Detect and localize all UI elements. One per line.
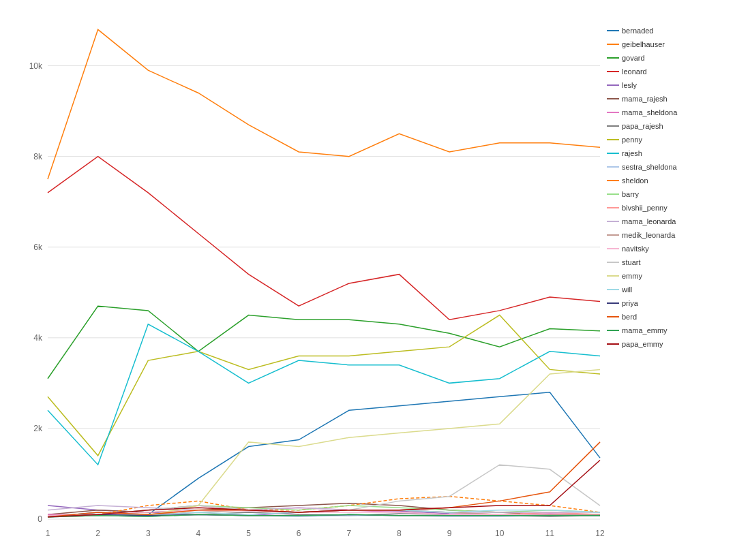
svg-text:0: 0: [38, 514, 42, 524]
svg-text:10k: 10k: [29, 61, 43, 71]
legend-item-medik_leonarda: medik_leonarda: [622, 231, 676, 239]
legend-item-papa_rajesh: papa_rajesh: [622, 122, 663, 130]
legend-item-emmy: emmy: [622, 272, 642, 280]
svg-text:8: 8: [397, 529, 402, 538]
chart-container: 02k4k6k8k10k123456789101112bernadedgeibe…: [0, 0, 750, 560]
legend-item-sheldon: sheldon: [622, 176, 648, 185]
legend-item-bernaded: bernaded: [622, 27, 654, 35]
svg-text:12: 12: [595, 529, 605, 538]
legend-item-priya: priya: [622, 299, 639, 307]
svg-text:4k: 4k: [33, 333, 43, 343]
legend-item-mama_rajesh: mama_rajesh: [622, 95, 668, 103]
legend-item-mama_sheldona: mama_sheldona: [622, 108, 678, 116]
svg-text:6k: 6k: [33, 243, 43, 252]
legend-item-sestra_sheldona: sestra_sheldona: [622, 163, 678, 171]
svg-text:11: 11: [545, 529, 555, 538]
svg-text:1: 1: [46, 529, 50, 538]
svg-text:5: 5: [246, 529, 251, 538]
svg-text:10: 10: [495, 529, 505, 538]
legend-item-bivshii_penny: bivshii_penny: [622, 204, 668, 212]
legend-item-geibelhauser: geibelhauser: [622, 40, 665, 48]
svg-text:7: 7: [346, 529, 351, 538]
legend-item-leonard: leonard: [622, 67, 647, 76]
svg-text:6: 6: [297, 529, 301, 538]
legend-item-will: will: [621, 285, 632, 294]
svg-text:8k: 8k: [33, 152, 43, 161]
svg-text:9: 9: [447, 529, 452, 538]
legend-item-mama_emmy: mama_emmy: [622, 326, 668, 335]
legend-item-lesly: lesly: [622, 81, 638, 89]
legend-item-stuart: stuart: [622, 258, 641, 266]
legend-item-rajesh: rajesh: [622, 149, 642, 157]
legend-item-mama_leonarda: mama_leonarda: [622, 217, 676, 225]
legend-item-navitsky: navitsky: [622, 245, 649, 253]
legend-item-penny: penny: [622, 136, 642, 144]
legend-item-barry: barry: [622, 190, 640, 198]
legend-item-govard: govard: [622, 54, 645, 62]
legend-item-berd: berd: [622, 313, 637, 321]
line-chart: 02k4k6k8k10k123456789101112bernadedgeibe…: [0, 0, 750, 560]
legend-item-papa_emmy: papa_emmy: [622, 340, 663, 348]
svg-text:2: 2: [95, 529, 100, 538]
svg-text:3: 3: [146, 529, 151, 538]
svg-text:4: 4: [196, 529, 201, 538]
svg-text:2k: 2k: [33, 424, 43, 433]
